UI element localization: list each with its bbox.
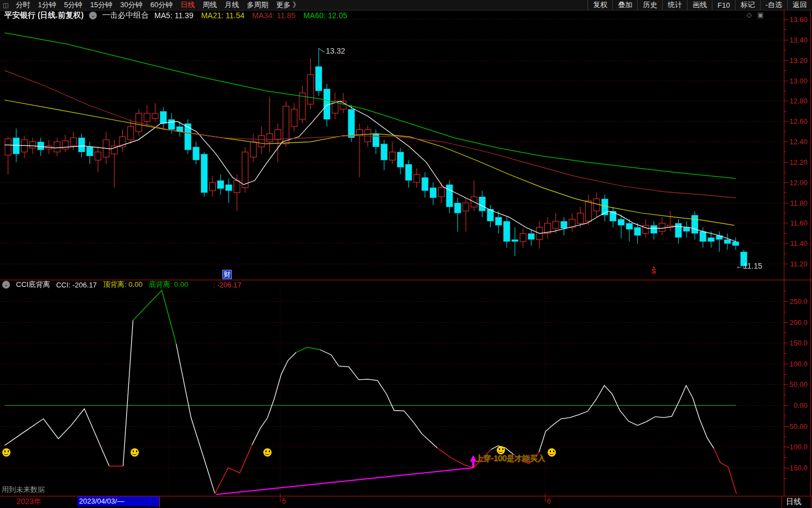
period-tab-3[interactable]: 15分钟 xyxy=(86,0,116,10)
cci-axis-label-5: 0.00 xyxy=(785,401,808,410)
toolbar-action-0[interactable]: 复权 xyxy=(587,0,612,10)
period-tab-1[interactable]: 1分钟 xyxy=(34,0,60,10)
chart-canvas[interactable] xyxy=(0,0,812,508)
strategy-name: 一击必中组合 xyxy=(102,11,149,20)
toolbar-action-5[interactable]: F10 xyxy=(712,1,735,9)
cci-axis-label-1: 200.0 xyxy=(785,318,808,327)
smiley-face-icon xyxy=(263,448,272,457)
buy-hint-note: 上穿-100是才能买入 xyxy=(476,454,545,464)
period-tab-10[interactable]: 更多 》 xyxy=(272,0,304,10)
finance-report-badge[interactable]: 财 xyxy=(222,270,232,279)
future-data-warning: 用到未来数据 xyxy=(2,485,45,495)
price-axis-label-0: 13.60 xyxy=(785,15,808,24)
cci-axis-label-2: 150.0 xyxy=(785,339,808,347)
cci-value: CCI: -206.17 xyxy=(56,281,97,289)
top-divergence-value: 顶背离: 0.00 xyxy=(103,280,143,290)
price-axis-label-1: 13.40 xyxy=(785,36,808,44)
cci-indicator-name: CCI底背离 xyxy=(16,280,50,290)
ma-label-0: MA5: 11.39 xyxy=(154,11,194,20)
price-axis-label-2: 13.20 xyxy=(785,56,808,65)
period-tab-2[interactable]: 5分钟 xyxy=(60,0,86,10)
window-icon[interactable]: ◫ xyxy=(0,2,12,9)
toolbar-actions: 复权叠加历史统计画线F10标记-自选返回 xyxy=(587,0,812,10)
toolbar-action-1[interactable]: 叠加 xyxy=(612,0,637,10)
period-tab-9[interactable]: 多周期 xyxy=(243,0,272,10)
ma-label-1: MA21: 11.54 xyxy=(201,11,244,20)
period-tab-7[interactable]: 周线 xyxy=(199,0,221,10)
cci-axis-label-6: -50.00 xyxy=(785,422,808,431)
ma-label-2: MA34: 11.85 xyxy=(252,11,295,20)
period-label[interactable]: 日线 xyxy=(786,497,801,507)
period-tabs: 分时1分钟5分钟15分钟30分钟60分钟日线周线月线多周期更多 》 xyxy=(12,0,304,10)
toolbar-action-4[interactable]: 画线 xyxy=(687,0,712,10)
price-axis-label-8: 12.00 xyxy=(785,179,808,187)
cci-extra-value: : -206.17 xyxy=(213,281,241,289)
toolbar-action-6[interactable]: 标记 xyxy=(735,0,760,10)
panel-toggle-icon[interactable]: ▣ xyxy=(757,11,763,19)
top-toolbar: ◫ 分时1分钟5分钟15分钟30分钟60分钟日线周线月线多周期更多 》 复权叠加… xyxy=(0,0,812,11)
cci-header: ⌄ CCI底背离 CCI: -206.17 顶背离: 0.00 底背离: 0.0… xyxy=(2,280,241,289)
bottom-divergence-value: 底背离: 0.00 xyxy=(149,280,189,290)
app-window: ◫ 分时1分钟5分钟15分钟30分钟60分钟日线周线月线多周期更多 》 复权叠加… xyxy=(0,0,812,508)
period-tab-8[interactable]: 月线 xyxy=(221,0,243,10)
cci-axis-label-0: 250.0 xyxy=(785,297,808,306)
price-axis-label-7: 12.20 xyxy=(785,158,808,166)
collapse-panel-icon[interactable]: ⌄ xyxy=(2,281,10,289)
diamond-icon[interactable]: ◇ xyxy=(747,11,752,19)
toolbar-action-8[interactable]: 返回 xyxy=(787,0,812,10)
price-axis-label-6: 12.40 xyxy=(785,138,808,146)
smiley-face-icon xyxy=(548,448,556,457)
price-axis-label-12: 11.20 xyxy=(785,260,808,268)
month-label-6: 6 xyxy=(547,497,551,505)
chevron-down-icon[interactable]: ⌄ xyxy=(89,12,97,19)
cci-axis-label-8: -150.0 xyxy=(785,464,808,472)
selected-date-box[interactable]: 2023/04/03/— xyxy=(77,496,159,506)
high-price-annotation: 13.32 xyxy=(326,46,345,55)
sell-signal-marker: ▴ S xyxy=(650,265,658,275)
month-label-5: 5 xyxy=(282,497,286,505)
symbol-title: 平安银行 (日线.前复权) xyxy=(4,11,84,20)
price-axis-label-5: 12.60 xyxy=(785,117,808,125)
price-axis-label-11: 11.40 xyxy=(785,239,808,248)
low-price-annotation: ←11.15 xyxy=(736,261,762,270)
cci-axis-label-7: -100.0 xyxy=(785,443,808,451)
period-tab-0[interactable]: 分时 xyxy=(12,0,34,10)
ma-label-3: MA60: 12.05 xyxy=(303,11,347,20)
period-tab-4[interactable]: 30分钟 xyxy=(116,0,146,10)
cci-axis-label-3: 100.0 xyxy=(785,360,808,368)
cci-axis-label-4: 50.00 xyxy=(785,380,808,389)
sell-letter: S xyxy=(650,269,658,275)
smiley-face-icon xyxy=(497,446,505,454)
toolbar-action-3[interactable]: 统计 xyxy=(662,0,687,10)
price-axis-label-4: 12.80 xyxy=(785,97,808,105)
toolbar-action-7[interactable]: -自选 xyxy=(760,0,787,10)
toolbar-action-2[interactable]: 历史 xyxy=(637,0,662,10)
year-label: 2023年 xyxy=(17,497,41,507)
title-bar: 平安银行 (日线.前复权) ⌄ 一击必中组合 MA5: 11.39MA21: 1… xyxy=(4,11,347,20)
smiley-face-icon xyxy=(131,448,139,457)
period-tab-6[interactable]: 日线 xyxy=(176,0,199,10)
smiley-face-icon xyxy=(2,448,11,457)
price-axis-label-3: 13.00 xyxy=(785,77,808,85)
ma-values: MA5: 11.39MA21: 11.54MA34: 11.85MA60: 12… xyxy=(154,11,347,20)
price-axis-label-10: 11.60 xyxy=(785,219,808,227)
period-tab-5[interactable]: 60分钟 xyxy=(147,0,176,10)
chart-corner-icons: ◇▣ xyxy=(747,11,764,19)
price-axis-label-9: 11.80 xyxy=(785,199,808,207)
